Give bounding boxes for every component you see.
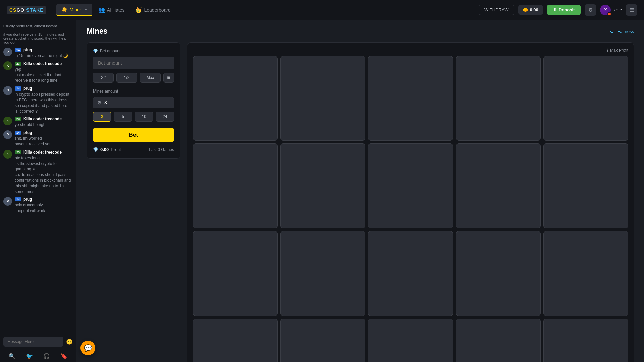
mines-amount-label: Mines amount — [93, 89, 174, 94]
mine-cell-20[interactable] — [543, 319, 628, 362]
menu-button[interactable]: ☰ — [626, 4, 637, 16]
mine-cell-3[interactable] — [368, 56, 453, 141]
mines-grid-section: ℹ Max Profit — [187, 42, 634, 362]
mines-preset-10[interactable]: 10 — [135, 112, 153, 122]
mine-cell-18[interactable] — [368, 319, 453, 362]
chat-footer: 🔍 🐦 🎧 🔖 — [0, 350, 76, 362]
mine-cell-11[interactable] — [193, 231, 278, 316]
profit-diamond-icon: 💎 — [93, 147, 98, 152]
chat-message: P 14 plug holy guacamoly i hope it will … — [3, 197, 73, 214]
bet-quick-buttons: X2 1/2 Max 🗑 — [93, 73, 174, 83]
mine-cell-2[interactable] — [280, 56, 365, 141]
chat-avatar: K — [3, 117, 12, 125]
mines-preset-5[interactable]: 5 — [114, 112, 132, 122]
bet-max-button[interactable]: Max — [140, 73, 161, 83]
last-games-link[interactable]: Last 0 Games — [149, 147, 174, 152]
max-profit-button[interactable]: ℹ Max Profit — [607, 48, 628, 53]
mines-icon: ☀️ — [61, 6, 68, 13]
mines-amount-input[interactable] — [104, 100, 170, 105]
msg-header: 14 plug — [15, 130, 73, 135]
main-nav: ☀️ Mines ▼ 👥 Affiliates 👑 Leaderboard — [56, 4, 479, 16]
bet-half-button[interactable]: 1/2 — [116, 73, 137, 83]
chat-message: K 23 Killa code: freecode yep just make … — [3, 61, 73, 83]
nav-affiliates[interactable]: 👥 Affiliates — [94, 4, 129, 16]
chat-search-button[interactable]: 🔍 — [9, 353, 15, 359]
avatar-notification-badge — [607, 12, 611, 16]
bet-amount-label: 💎 Bet amount — [93, 49, 174, 53]
chat-headphones-button[interactable]: 🎧 — [43, 353, 50, 359]
chat-input[interactable] — [3, 337, 63, 347]
mines-input-wrapper: ⚙ — [93, 97, 174, 108]
chat-twitter-button[interactable]: 🐦 — [26, 353, 33, 359]
mines-preset-3[interactable]: 3 — [93, 112, 111, 122]
chat-bubble-icon: 💬 — [84, 344, 92, 352]
msg-level-badge: 23 — [15, 62, 21, 66]
chat-input-area: 🙂 — [0, 333, 76, 350]
chat-message: K 23 Killa code: freecode ye should be r… — [3, 117, 73, 128]
msg-level-badge: 14 — [15, 48, 21, 52]
mine-cell-4[interactable] — [456, 56, 541, 141]
msg-text: ye should be right — [15, 122, 73, 128]
mines-presets: 3 5 10 24 — [93, 112, 174, 122]
msg-header: 23 Killa code: freecode — [15, 150, 73, 155]
fairness-button[interactable]: 🛡 Fairness — [610, 28, 634, 34]
msg-username: Killa code: freecode — [23, 150, 62, 155]
mine-cell-7[interactable] — [280, 143, 365, 228]
mine-cell-17[interactable] — [280, 319, 365, 362]
mine-cell-5[interactable] — [543, 56, 628, 141]
withdraw-button[interactable]: WITHDRAW — [479, 5, 514, 15]
msg-text-1: shit, im worried — [15, 136, 73, 141]
mine-cell-6[interactable] — [193, 143, 278, 228]
nav-mines[interactable]: ☀️ Mines ▼ — [56, 4, 92, 16]
settings-button[interactable]: ⚙ — [585, 4, 596, 16]
msg-text-1: holy guacamoly — [15, 202, 73, 208]
chat-bookmark-button[interactable]: 🔖 — [61, 353, 67, 359]
msg-header: 14 plug — [15, 197, 73, 202]
msg-level-badge: 14 — [15, 86, 21, 90]
mines-preset-24[interactable]: 24 — [156, 112, 174, 122]
nav-mines-label: Mines — [70, 7, 82, 12]
bet-button[interactable]: Bet — [93, 128, 174, 142]
grid-header: ℹ Max Profit — [193, 48, 628, 53]
user-avatar[interactable]: X xote — [600, 5, 622, 15]
mine-cell-14[interactable] — [456, 231, 541, 316]
avatar-image: X — [600, 5, 611, 15]
balance-value: 0.00 — [530, 7, 538, 12]
chat-message: P 14 plug shit, im worried haven't recei… — [3, 130, 73, 147]
profit-value: 0.00 — [100, 147, 109, 152]
mine-cell-15[interactable] — [543, 231, 628, 316]
deposit-arrow-icon: ⬆ — [553, 7, 557, 12]
menu-lines-icon: ☰ — [630, 7, 634, 13]
msg-username: plug — [23, 130, 32, 135]
chat-avatar: P — [3, 197, 12, 206]
emoji-button[interactable]: 🙂 — [66, 339, 73, 345]
bet-clear-button[interactable]: 🗑 — [163, 73, 174, 83]
mine-cell-13[interactable] — [368, 231, 453, 316]
mine-cell-10[interactable] — [543, 143, 628, 228]
logo-stake: STAKE — [26, 7, 43, 13]
chat-avatar: K — [3, 61, 12, 70]
mine-cell-19[interactable] — [456, 319, 541, 362]
max-profit-label: Max Profit — [610, 48, 628, 53]
deposit-button[interactable]: ⬆ Deposit — [547, 5, 581, 15]
mines-grid — [193, 56, 628, 362]
mine-cell-8[interactable] — [368, 143, 453, 228]
mine-cell-1[interactable] — [193, 56, 278, 141]
floating-chat-button[interactable]: 💬 — [80, 341, 95, 355]
gear-icon: ⚙ — [588, 7, 593, 13]
chat-avatar: K — [3, 150, 12, 159]
msg-header: 23 Killa code: freecode — [15, 61, 73, 66]
main-content: Mines 🛡 Fairness 💎 Bet amount X2 — [76, 20, 644, 362]
mine-cell-12[interactable] — [280, 231, 365, 316]
mine-cell-16[interactable] — [193, 319, 278, 362]
chat-message-content: 14 plug in crypto app i pressed deposit … — [15, 86, 73, 114]
msg-text-2: so i copied it and pasted here — [15, 103, 73, 109]
msg-text: yep — [15, 67, 73, 72]
bet-amount-input[interactable] — [93, 57, 174, 69]
msg-username: Killa code: freecode — [23, 117, 62, 121]
mine-cell-9[interactable] — [456, 143, 541, 228]
nav-leaderboard[interactable]: 👑 Leaderboard — [130, 4, 175, 16]
msg-username: plug — [23, 48, 32, 52]
bet-x2-button[interactable]: X2 — [93, 73, 114, 83]
page-header: Mines 🛡 Fairness — [87, 27, 634, 36]
